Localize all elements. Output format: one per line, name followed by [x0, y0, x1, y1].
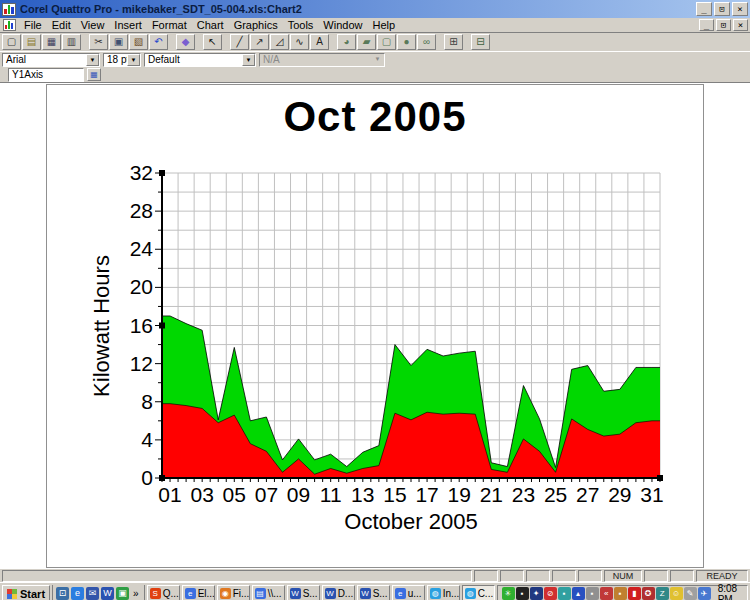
object-properties-button[interactable]: ▦ [87, 68, 101, 81]
quick-launch-overflow-icon[interactable]: » [131, 588, 141, 599]
undo-button[interactable]: ↶ [149, 34, 168, 50]
task-label: C... [478, 588, 494, 599]
menu-tools[interactable]: Tools [283, 18, 319, 32]
app-minimize-button[interactable]: _ [696, 2, 712, 16]
line-tool-button[interactable]: ╱ [230, 34, 249, 50]
save-button[interactable]: ▦ [42, 34, 61, 50]
taskbar-task-8[interactable]: eu... [392, 585, 425, 600]
app-close-button[interactable]: × [732, 2, 748, 16]
selection-handle[interactable] [159, 323, 165, 329]
chevron-down-icon[interactable]: ▼ [242, 54, 255, 66]
selected-object-combo[interactable]: Y1Axis [8, 68, 84, 82]
tray-icon-2[interactable]: ▪ [516, 587, 529, 600]
new-button[interactable]: ▢ [2, 34, 21, 50]
menu-graphics[interactable]: Graphics [229, 18, 283, 32]
chart-frame[interactable]: Oct 2005 Kilowatt Hours 048121620242832 … [46, 84, 704, 568]
freehand-tool-button[interactable]: ∿ [290, 34, 309, 50]
polygon-tool-button[interactable]: ◿ [270, 34, 289, 50]
menu-view[interactable]: View [76, 18, 110, 32]
tray-icon-7[interactable]: ▪ [586, 587, 599, 600]
ellipse-shape-button[interactable]: ● [397, 34, 416, 50]
tray-icon-5[interactable]: ▪ [558, 587, 571, 600]
app-restore-button[interactable]: ⊡ [714, 2, 730, 16]
menu-insert[interactable]: Insert [109, 18, 147, 32]
tray-icon-12[interactable]: Z [656, 587, 669, 600]
doc-close-button[interactable]: × [733, 19, 748, 31]
plot-area[interactable] [152, 167, 672, 487]
chevron-down-icon[interactable]: ▼ [127, 54, 140, 66]
x-tick-label: 07 [249, 483, 283, 507]
pointer-tool-button[interactable]: ↖ [203, 34, 222, 50]
menu-file[interactable]: File [19, 18, 47, 32]
tray-icon-6[interactable]: ▴ [572, 587, 585, 600]
start-button[interactable]: Start [2, 585, 50, 600]
taskbar-task-2[interactable]: eEl... [182, 585, 215, 600]
selection-handle[interactable] [159, 170, 165, 176]
copy-button[interactable]: ▣ [109, 34, 128, 50]
tray-icon-15[interactable]: ✈ [698, 587, 711, 600]
tray-icon-10[interactable]: ▮ [628, 587, 641, 600]
taskbar-task-10[interactable]: ◍C... [462, 585, 495, 600]
paste-button[interactable]: ▧ [129, 34, 148, 50]
menu-chart[interactable]: Chart [192, 18, 229, 32]
font-size-combo[interactable]: 18 pt ▼ [103, 53, 141, 67]
media-player-icon[interactable]: ▣ [116, 587, 129, 600]
disabled-combo: N/A ▼ [259, 53, 385, 67]
tray-icon-13[interactable]: ☺ [670, 587, 683, 600]
font-name-combo[interactable]: Arial ▼ [2, 53, 100, 67]
taskbar-task-3[interactable]: ◉Fi... [217, 585, 250, 600]
link-shape-button[interactable]: ∞ [417, 34, 436, 50]
quick-launch-bar: ⊡e✉W▣» [52, 585, 145, 600]
text-tool-button[interactable]: A [310, 34, 329, 50]
doc-restore-button[interactable]: ⊡ [716, 19, 731, 31]
style-combo[interactable]: Default ▼ [144, 53, 256, 67]
task-app-icon: W [325, 588, 336, 599]
x-tick-label: 01 [153, 483, 187, 507]
y-tick-label: 12 [109, 352, 153, 376]
doc-minimize-button[interactable]: _ [699, 19, 714, 31]
task-app-icon: e [395, 588, 406, 599]
arrow-tool-button[interactable]: ↗ [250, 34, 269, 50]
tray-icon-1[interactable]: ✳ [502, 587, 515, 600]
open-button[interactable]: ▤ [22, 34, 41, 50]
tray-icon-11[interactable]: ✪ [642, 587, 655, 600]
rectangle-shape-button[interactable]: ▰ [357, 34, 376, 50]
chevron-down-icon[interactable]: ▼ [86, 54, 99, 66]
taskbar-task-6[interactable]: WD... [322, 585, 355, 600]
menu-format[interactable]: Format [147, 18, 192, 32]
tray-icon-9[interactable]: ▪ [614, 587, 627, 600]
show-desktop-icon[interactable]: ⊡ [56, 587, 69, 600]
insert-cells-button[interactable]: ⊞ [444, 34, 463, 50]
rounded-rectangle-shape-button[interactable]: ▢ [377, 34, 396, 50]
cut-button[interactable]: ✂ [89, 34, 108, 50]
document-chart-icon[interactable] [3, 19, 16, 31]
chart-gallery-button[interactable]: ⊟ [471, 34, 490, 50]
taskbar-task-5[interactable]: WS... [287, 585, 320, 600]
pie-shape-button[interactable]: ◕ [337, 34, 356, 50]
x-tick-label: 25 [539, 483, 573, 507]
taskbar-task-4[interactable]: ▤\\... [252, 585, 285, 600]
taskbar-task-1[interactable]: SQ... [147, 585, 180, 600]
task-app-icon: ◍ [465, 588, 476, 599]
status-cell [644, 570, 668, 582]
selection-handle[interactable] [159, 475, 165, 481]
menu-help[interactable]: Help [367, 18, 400, 32]
quickchart-button[interactable]: ◆ [176, 34, 195, 50]
toolbar-separator [330, 34, 336, 50]
menu-window[interactable]: Window [318, 18, 367, 32]
tray-icon-4[interactable]: ⊘ [544, 587, 557, 600]
taskbar-task-7[interactable]: WS... [357, 585, 390, 600]
menu-edit[interactable]: Edit [47, 18, 76, 32]
internet-explorer-icon[interactable]: e [71, 587, 84, 600]
mail-icon[interactable]: ✉ [86, 587, 99, 600]
selection-handle[interactable] [657, 475, 663, 481]
tray-icon-3[interactable]: ✦ [530, 587, 543, 600]
task-app-icon: W [360, 588, 371, 599]
x-tick-label: 13 [346, 483, 380, 507]
tray-icon-14[interactable]: ✎ [684, 587, 697, 600]
print-button[interactable]: ▥ [62, 34, 81, 50]
taskbar-task-9[interactable]: ◍In... [427, 585, 460, 600]
word-icon[interactable]: W [101, 587, 114, 600]
tray-icon-8[interactable]: « [600, 587, 613, 600]
status-bar: NUM READY [0, 569, 750, 582]
